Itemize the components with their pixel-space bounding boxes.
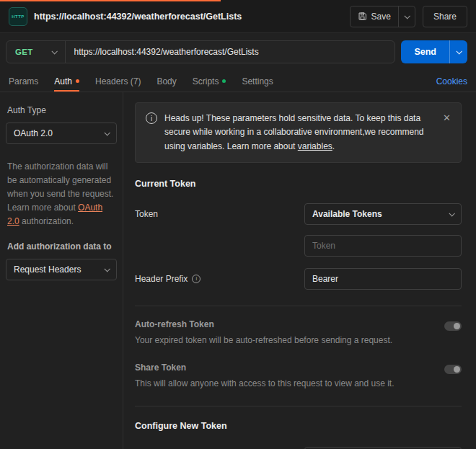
- info-icon: i: [192, 275, 200, 283]
- section-divider: [135, 406, 462, 406]
- token-row: Token Available Tokens: [135, 203, 462, 257]
- add-auth-data-value: Request Headers: [14, 264, 81, 275]
- chevron-down-icon: [404, 13, 410, 19]
- save-floppy-icon: [358, 12, 367, 21]
- send-button-group: Send: [401, 40, 467, 63]
- auth-type-label: Auth Type: [7, 105, 117, 115]
- add-auth-data-label: Add authorization data to: [7, 241, 115, 252]
- tab-body-label: Body: [157, 76, 176, 86]
- tab-params-label: Params: [9, 76, 38, 86]
- tab-scripts[interactable]: Scripts: [193, 71, 226, 92]
- toggle-knob: [454, 323, 460, 329]
- scripts-content-dot: [222, 79, 226, 83]
- method-dropdown[interactable]: GET: [6, 41, 66, 63]
- send-button[interactable]: Send: [401, 40, 449, 63]
- chevron-down-icon: [104, 266, 110, 272]
- auto-refresh-row: Auto-refresh Token Your expired token wi…: [135, 319, 462, 347]
- token-label: Token: [135, 203, 158, 225]
- chevron-down-icon: [51, 48, 57, 54]
- token-controls: Available Tokens: [304, 203, 462, 257]
- auto-refresh-label: Auto-refresh Token: [135, 319, 392, 329]
- available-tokens-select[interactable]: Available Tokens: [304, 203, 462, 225]
- browser-tab-accent-line: [0, 0, 221, 1]
- configure-new-token-heading: Configure New Token: [135, 421, 462, 431]
- auto-refresh-text: Auto-refresh Token Your expired token wi…: [135, 319, 392, 347]
- auth-content: Auth Type OAuth 2.0 The authorization da…: [0, 92, 476, 449]
- chevron-down-icon: [104, 130, 110, 135]
- method-label: GET: [15, 48, 33, 56]
- share-token-label: Share Token: [135, 363, 395, 373]
- request-url-row: GET Send: [0, 33, 476, 71]
- header-prefix-input[interactable]: [304, 268, 462, 290]
- auto-refresh-toggle[interactable]: [444, 321, 462, 331]
- share-token-desc: This will allow anyone with access to th…: [135, 378, 395, 390]
- request-title: https://localhost:44392/weatherforecast/…: [34, 12, 343, 22]
- section-divider: [135, 306, 462, 306]
- save-options-button[interactable]: [399, 6, 415, 27]
- request-tabs: Params Auth Headers (7) Body Scripts Set…: [0, 71, 476, 92]
- header-actions: Save Share: [350, 6, 467, 27]
- token-input[interactable]: [304, 235, 462, 257]
- send-options-button[interactable]: [449, 40, 467, 63]
- chevron-down-icon: [449, 210, 454, 216]
- close-icon[interactable]: ✕: [441, 112, 452, 124]
- tab-settings[interactable]: Settings: [242, 71, 273, 92]
- auth-description: The authorization data will be automatic…: [7, 160, 115, 228]
- share-token-toggle[interactable]: [444, 365, 462, 374]
- save-button[interactable]: Save: [351, 6, 398, 27]
- save-button-group: Save: [350, 6, 415, 27]
- header-prefix-controls: [304, 268, 462, 290]
- share-button[interactable]: Share: [423, 6, 467, 27]
- auth-modified-dot: [76, 79, 79, 83]
- tab-headers-label: Headers (7): [95, 76, 141, 86]
- add-auth-data-select[interactable]: Request Headers: [6, 259, 117, 280]
- tab-scripts-label: Scripts: [193, 76, 219, 86]
- tab-body[interactable]: Body: [157, 71, 176, 92]
- share-token-row: Share Token This will allow anyone with …: [135, 363, 462, 390]
- auth-sidebar: Auth Type OAuth 2.0 The authorization da…: [0, 92, 123, 449]
- variables-link[interactable]: variables: [298, 141, 332, 151]
- auth-main-panel: i Heads up! These parameters hold sensit…: [123, 92, 476, 449]
- info-icon: i: [146, 112, 157, 124]
- auth-type-value: OAuth 2.0: [14, 128, 53, 138]
- current-token-heading: Current Token: [135, 179, 462, 189]
- auto-refresh-desc: Your expired token will be auto-refreshe…: [135, 334, 392, 347]
- tab-auth-label: Auth: [54, 76, 72, 86]
- request-header-bar: HTTP https://localhost:44392/weatherfore…: [0, 0, 476, 33]
- available-tokens-value: Available Tokens: [312, 209, 382, 219]
- auth-type-select[interactable]: OAuth 2.0: [6, 123, 117, 144]
- tab-settings-label: Settings: [242, 76, 273, 86]
- banner-text: Heads up! These parameters hold sensitiv…: [164, 112, 434, 154]
- tab-params[interactable]: Params: [9, 71, 38, 92]
- save-button-label: Save: [371, 12, 391, 22]
- http-request-icon: HTTP: [9, 7, 27, 26]
- header-prefix-label: Header Prefix i: [135, 268, 200, 290]
- share-token-text: Share Token This will allow anyone with …: [135, 363, 395, 390]
- tab-auth[interactable]: Auth: [54, 71, 79, 92]
- url-input[interactable]: [66, 41, 395, 63]
- chevron-down-icon: [456, 48, 462, 54]
- toggle-knob: [454, 366, 460, 373]
- tab-headers[interactable]: Headers (7): [95, 71, 141, 92]
- cookies-link[interactable]: Cookies: [436, 76, 467, 86]
- header-prefix-row: Header Prefix i: [135, 268, 462, 290]
- url-control: GET: [6, 40, 395, 63]
- sensitive-data-banner: i Heads up! These parameters hold sensit…: [135, 102, 462, 163]
